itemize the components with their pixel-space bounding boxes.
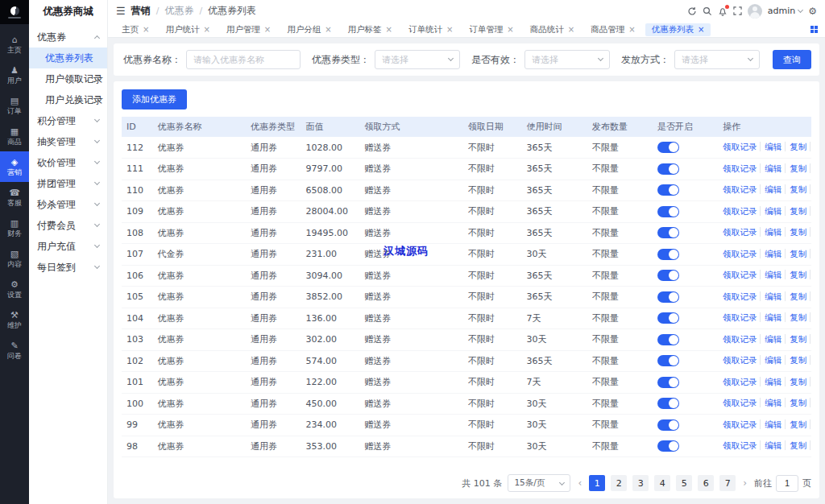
action-claim-records[interactable]: 领取记录: [723, 163, 757, 173]
coupon-name-input[interactable]: [186, 50, 301, 69]
page-number[interactable]: 5: [676, 475, 692, 491]
action-claim-records[interactable]: 领取记录: [723, 355, 757, 365]
action-delete[interactable]: 删除: [810, 355, 811, 365]
tab-close-icon[interactable]: ×: [264, 26, 271, 34]
page-size-select[interactable]: 15条/页: [508, 474, 570, 492]
tab-close-icon[interactable]: ×: [143, 26, 149, 34]
page-tab[interactable]: 优惠券列表 ×: [645, 23, 711, 36]
page-tab[interactable]: 用户管理 ×: [220, 23, 277, 36]
page-tab[interactable]: 商品管理 ×: [584, 23, 641, 36]
tab-close-icon[interactable]: ×: [628, 26, 635, 34]
action-copy[interactable]: 复制: [785, 227, 806, 237]
action-claim-records[interactable]: 领取记录: [723, 249, 757, 258]
page-number[interactable]: 4: [654, 475, 670, 491]
page-number[interactable]: 7: [719, 475, 736, 491]
next-page-icon[interactable]: ›: [741, 477, 748, 489]
action-claim-records[interactable]: 领取记录: [723, 142, 757, 151]
sidebar-group[interactable]: 用户充值: [29, 236, 107, 257]
action-edit[interactable]: 编辑: [760, 419, 781, 429]
rail-item[interactable]: ♟ 用户: [0, 60, 29, 90]
enable-toggle[interactable]: [657, 419, 679, 431]
action-copy[interactable]: 复制: [785, 398, 806, 407]
sidebar-subitem[interactable]: 用户兑换记录: [29, 89, 107, 110]
enable-toggle[interactable]: [657, 163, 679, 175]
action-claim-records[interactable]: 领取记录: [723, 419, 757, 429]
sidebar-group[interactable]: 抽奖管理: [29, 131, 107, 152]
enable-toggle[interactable]: [657, 334, 679, 345]
action-claim-records[interactable]: 领取记录: [723, 377, 757, 386]
rail-item[interactable]: ⌂ 主页: [0, 29, 29, 60]
action-delete[interactable]: 删除: [810, 398, 811, 407]
tab-close-icon[interactable]: ×: [568, 26, 574, 34]
action-delete[interactable]: 删除: [810, 419, 811, 429]
action-delete[interactable]: 删除: [810, 291, 811, 301]
action-copy[interactable]: 复制: [785, 377, 806, 386]
rail-item[interactable]: ▤ 订单: [0, 90, 29, 121]
tab-close-icon[interactable]: ×: [203, 26, 209, 34]
rail-item[interactable]: ▦ 商品: [0, 121, 29, 151]
page-tab[interactable]: 主页 ×: [115, 23, 155, 36]
action-copy[interactable]: 复制: [785, 206, 806, 216]
goto-page-input[interactable]: [776, 475, 798, 492]
page-tab[interactable]: 用户标签 ×: [342, 23, 399, 36]
action-claim-records[interactable]: 领取记录: [723, 312, 757, 322]
settings-gear-icon[interactable]: ⚙: [808, 6, 817, 17]
rail-item[interactable]: ⚙ 设置: [0, 274, 29, 304]
tab-close-icon[interactable]: ×: [325, 26, 331, 34]
enable-toggle[interactable]: [657, 249, 679, 260]
action-copy[interactable]: 复制: [785, 312, 806, 322]
issue-way-select[interactable]: 请选择: [674, 50, 760, 69]
action-copy[interactable]: 复制: [785, 419, 806, 429]
action-delete[interactable]: 删除: [810, 206, 811, 216]
page-tab[interactable]: 订单统计 ×: [402, 23, 459, 36]
action-claim-records[interactable]: 领取记录: [723, 291, 757, 301]
action-delete[interactable]: 删除: [810, 270, 811, 279]
action-edit[interactable]: 编辑: [760, 440, 781, 450]
action-edit[interactable]: 编辑: [760, 142, 781, 151]
action-edit[interactable]: 编辑: [760, 270, 781, 279]
sidebar-group[interactable]: 秒杀管理: [29, 194, 107, 215]
sidebar-group[interactable]: 拼团管理: [29, 173, 107, 194]
enable-toggle[interactable]: [657, 398, 679, 409]
app-logo[interactable]: [0, 0, 29, 24]
sidebar-subitem[interactable]: 用户领取记录: [29, 68, 107, 89]
user-menu[interactable]: admin: [768, 6, 802, 16]
action-delete[interactable]: 删除: [810, 249, 811, 258]
action-edit[interactable]: 编辑: [760, 227, 781, 237]
action-claim-records[interactable]: 领取记录: [723, 206, 757, 216]
enable-toggle[interactable]: [657, 291, 679, 303]
page-number[interactable]: 2: [611, 475, 627, 491]
fullscreen-icon[interactable]: [733, 6, 742, 15]
action-claim-records[interactable]: 领取记录: [723, 440, 757, 450]
action-copy[interactable]: 复制: [785, 334, 806, 344]
action-edit[interactable]: 编辑: [760, 334, 781, 344]
page-tab[interactable]: 用户统计 ×: [159, 23, 216, 36]
action-edit[interactable]: 编辑: [760, 312, 781, 322]
action-claim-records[interactable]: 领取记录: [723, 398, 757, 407]
coupon-type-select[interactable]: 请选择: [375, 50, 460, 69]
notification-bell-icon[interactable]: [718, 6, 728, 16]
rail-item[interactable]: ▥ 财务: [0, 213, 29, 243]
action-delete[interactable]: 删除: [810, 312, 811, 322]
action-edit[interactable]: 编辑: [760, 398, 781, 407]
action-edit[interactable]: 编辑: [760, 291, 781, 301]
action-delete[interactable]: 删除: [810, 142, 811, 151]
is-valid-select[interactable]: 请选择: [524, 50, 610, 69]
tab-close-icon[interactable]: ×: [446, 26, 453, 34]
sidebar-group-coupon[interactable]: 优惠券: [29, 27, 107, 48]
page-tab[interactable]: 商品统计 ×: [524, 23, 581, 36]
action-copy[interactable]: 复制: [785, 291, 806, 301]
refresh-icon[interactable]: [687, 6, 697, 16]
search-button[interactable]: 查询: [773, 50, 811, 69]
action-edit[interactable]: 编辑: [760, 355, 781, 365]
action-edit[interactable]: 编辑: [760, 206, 781, 216]
rail-item[interactable]: ⚒ 维护: [0, 304, 29, 335]
action-edit[interactable]: 编辑: [760, 163, 781, 173]
action-copy[interactable]: 复制: [785, 163, 806, 173]
action-edit[interactable]: 编辑: [760, 184, 781, 194]
action-delete[interactable]: 删除: [810, 163, 811, 173]
action-delete[interactable]: 删除: [810, 440, 811, 450]
action-copy[interactable]: 复制: [785, 184, 806, 194]
page-tab[interactable]: 订单管理 ×: [462, 23, 520, 36]
action-claim-records[interactable]: 领取记录: [723, 227, 757, 237]
